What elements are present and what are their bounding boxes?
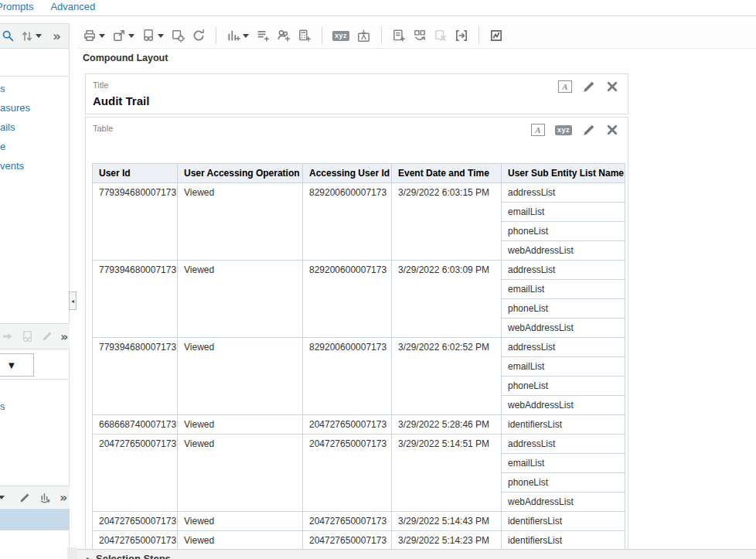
more-filters-icon[interactable]: » [60,329,68,344]
new-view-button[interactable] [226,29,249,43]
more-views-icon[interactable]: » [60,490,67,505]
view-selector-dropdown[interactable]: ▼ [0,353,34,377]
table-row: 779394680007173Viewed8292006000071733/29… [93,338,625,357]
table-cell: Viewed [178,415,303,435]
remove-table-icon[interactable] [606,124,618,136]
subject-area-item[interactable]: s [0,83,5,94]
subject-area-item[interactable]: asures [0,102,30,114]
scrollbar-corner [67,547,77,559]
sub-entity-cell: phoneList [502,222,625,241]
column-header[interactable]: User Accessing Operation [178,164,303,183]
title-view-box: Title A Audit Trail [85,73,628,114]
views-caret-icon[interactable] [0,496,5,499]
table-cell: Viewed [178,512,303,531]
table-cell: 204727650007173 [93,531,178,550]
new-group-icon[interactable] [277,29,291,43]
selection-steps-label: Selection Steps [96,553,171,559]
column-header[interactable]: Event Date and Time [392,164,502,183]
remove-view-icon[interactable] [434,29,448,43]
sort-button[interactable] [21,30,42,43]
sub-entity-cell: identifiersList [502,415,625,435]
job-settings-icon[interactable] [171,29,185,43]
search-icon[interactable] [2,29,15,43]
sub-entity-cell: emailList [502,357,625,377]
table-cell: 3/29/2022 6:03:09 PM [392,261,502,338]
sub-entity-cell: addressList [502,261,625,280]
refresh-icon[interactable] [192,29,206,43]
editor-tabs: Prompts Advanced [0,0,95,15]
swap-axes-icon[interactable] [455,29,468,43]
export-button[interactable] [112,29,135,43]
format-text-icon[interactable] [356,29,371,43]
schedule-caret-icon [158,34,164,38]
sort-caret-icon [36,34,42,38]
format-container-icon[interactable]: A [558,80,572,93]
convert-view-icon[interactable] [39,491,52,504]
table-cell: 3/29/2022 6:03:15 PM [392,183,502,261]
sub-entity-cell: phoneList [502,299,625,319]
schedule-button[interactable] [141,29,164,43]
table-properties-icon[interactable]: xyz [555,125,572,135]
sub-entity-cell: phoneList [502,473,625,493]
column-header[interactable]: User Sub Entity List Name [502,164,625,183]
catalog-item[interactable]: s [0,401,5,412]
table-cell: 204727650007173 [303,531,392,550]
sub-entity-cell: identifiersList [502,531,625,550]
toolbar-separator [478,27,479,44]
subject-area-item[interactable]: ails [0,121,15,133]
table-cell: 779394680007173 [93,338,178,415]
preview-icon[interactable] [489,29,503,43]
more-tools-icon[interactable]: » [53,29,61,44]
tabs-divider [0,15,756,16]
title-view-label: Title [93,80,108,90]
new-calculated-item-icon[interactable] [256,29,270,43]
table-view-box: Table A xyz User IdUser Accessing Operat… [85,117,628,559]
format-container-icon[interactable]: A [531,124,545,136]
audit-table: User IdUser Accessing OperationAccessing… [92,163,625,550]
print-caret-icon [99,34,105,38]
print-button[interactable] [83,29,105,43]
column-header[interactable]: User Id [93,164,178,183]
new-calculated-measure-icon[interactable] [298,29,312,43]
sub-entity-cell: emailList [502,280,625,299]
selection-steps-bar[interactable]: ▸ Selection Steps [77,549,756,559]
column-header[interactable]: Accessing User Id [303,164,392,183]
tab-advanced[interactable]: Advanced [50,0,95,15]
table-row: 779394680007173Viewed8292006000071733/29… [93,183,625,203]
table-cell: 829200600007173 [303,338,392,415]
table-row: 779394680007173Viewed8292006000071733/29… [93,261,625,280]
edit-table-icon[interactable] [582,123,596,137]
paste-icon[interactable] [2,330,14,343]
move-section-icon[interactable] [413,29,427,43]
sub-entity-cell: addressList [502,183,625,203]
sub-entity-cell: addressList [502,338,625,357]
sub-entity-cell: webAddressList [502,319,625,338]
sub-entity-cell: phoneList [502,377,625,396]
edit-title-icon[interactable] [582,80,596,94]
edit-view-icon[interactable] [19,492,31,504]
new-section-icon[interactable] [392,29,406,43]
edit-disabled-icon [41,330,53,343]
table-cell: 3/29/2022 5:14:51 PM [392,435,502,512]
audit-table-container: User IdUser Accessing OperationAccessing… [92,163,625,550]
sub-entity-cell: emailList [502,454,625,473]
sub-entity-cell: webAddressList [502,493,625,512]
table-cell: 779394680007173 [93,261,178,338]
table-cell: Viewed [178,338,303,415]
tab-prompts[interactable]: Prompts [0,0,33,15]
table-cell: 829200600007173 [303,183,392,261]
panel-collapse-handle[interactable]: ◂ [69,291,77,310]
sub-entity-cell: webAddressList [502,396,625,415]
selected-view-row[interactable] [0,509,70,530]
properties-xyz-icon[interactable]: xyz [332,31,349,41]
table-cell: 204727650007173 [93,435,178,512]
import-format-icon[interactable] [21,330,34,343]
remove-title-icon[interactable] [606,80,618,93]
report-title: Audit Trail [93,94,149,107]
table-cell: Viewed [178,183,303,261]
expand-triangle-icon: ▸ [87,554,90,559]
compound-layout-label: Compound Layout [83,53,168,63]
sub-entity-cell: addressList [502,435,625,454]
subject-area-item[interactable]: e [0,141,5,152]
subject-area-item[interactable]: vents [0,160,24,172]
